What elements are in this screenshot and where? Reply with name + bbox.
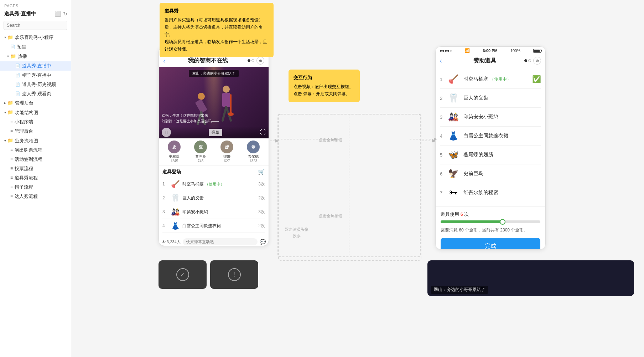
cart-icon[interactable]: 🛒 (258, 168, 265, 175)
nav-dot (524, 59, 527, 62)
svg-point-15 (228, 112, 234, 116)
exclamation-circle-icon: ! (228, 268, 241, 281)
sidebar-item-props-live[interactable]: ▾ 📄 道具秀-直播中 (0, 61, 71, 71)
sidebar-item-talent-flow[interactable]: ▾ ≡ 达人秀流程 (0, 192, 71, 201)
back-button-right[interactable]: ‹ (440, 57, 442, 65)
flow-icon: ≡ (10, 119, 13, 126)
video-chat: 欧爸：牛逼！这也能想得出来 刘甜甜：这是要去参加奥运会吗—— (162, 113, 219, 124)
sidebar-item-props-flow[interactable]: ▾ ≡ 道具秀流程 (0, 173, 71, 183)
chevron-down-icon: ▾ (4, 138, 6, 144)
folder-icon: 📁 (7, 100, 13, 107)
bottom-frame-left[interactable]: ✓ (159, 260, 207, 289)
sidebar-item-business[interactable]: ▾ 📁 业务流程图 (0, 136, 71, 146)
right-prop-row-1[interactable]: 2 🦷 巨人的义齿 (440, 89, 541, 108)
back-button-left[interactable]: ‹ (163, 57, 165, 65)
prop-count: 2次 (258, 223, 265, 229)
nav-bar-right: ‹ 赞助道具 ⊕ (436, 55, 545, 67)
prop-name-right: 史前巨鸟 (463, 170, 541, 177)
props-list-right: 1 🪠 时空马桶塞 （使用中） ✅ 2 🦷 巨人的义齿 3 🎎 印第安安小斑鸠 … (436, 67, 545, 205)
prop-row-1[interactable]: 2 🦷 巨人的义齿 2次 (162, 191, 265, 205)
sidebar-item-xiyou[interactable]: ▾ 📁 欢乐喜剧秀-小程序 (0, 33, 71, 42)
chevron-down-icon: ▾ (7, 53, 9, 59)
sidebar-item-label: 小程序端 (15, 118, 33, 126)
right-prop-row-2[interactable]: 3 🎎 印第安安小斑鸠 (440, 108, 541, 127)
in-use-badge: （使用中） (490, 77, 511, 82)
complete-button[interactable]: 完成 (441, 238, 540, 250)
prop-row-0[interactable]: 1 🪠 时空马桶塞 （使用中） 3次 (162, 177, 265, 191)
progress-bar-container (441, 220, 540, 223)
usage-text: 道具使用 6 次 (441, 211, 540, 218)
sidebar-item-label: 达人秀流程 (15, 193, 38, 200)
status-time-right: 6:00 PM (483, 49, 498, 53)
right-prop-row-6[interactable]: 7 🗝 维吾尔族的秘密 (440, 183, 541, 202)
sidebar-item-hat-flow[interactable]: ▾ ≡ 帽子流程 (0, 183, 71, 192)
right-prop-row-4[interactable]: 5 🦋 燕尾蝶的翅膀 (440, 146, 541, 164)
phone-right: 📶 6:00 PM 100% ‹ 赞助道具 ⊕ (435, 46, 546, 250)
pages-label: PAGES (0, 0, 71, 9)
bottom-frame-mid[interactable]: ! (210, 260, 258, 289)
avatar-item-2[interactable]: 娜 娜娜 627 (214, 141, 239, 163)
main-canvas: 道具秀 当用户购买道具（每场可用道具根据现场准备预设）后，主持人将为演员切换道具… (71, 0, 644, 357)
sidebar-item-ticket-flow[interactable]: ▾ ≡ 演出购票流程 (0, 146, 71, 155)
sidebar-item-admin-flow[interactable]: ▾ ≡ 管理后台 (0, 127, 71, 136)
prop-icon-right-key: 🗝 (447, 186, 460, 199)
prop-name-right: 巨人的义齿 (463, 95, 541, 101)
flow-icon: ≡ (10, 128, 13, 135)
sidebar-item-label: 业务流程图 (15, 137, 38, 144)
sidebar-item-preview[interactable]: ▾ 📄 预告 (0, 42, 71, 52)
svg-point-6 (198, 93, 205, 100)
sidebar-item-talent-watch[interactable]: ▾ 📄 达人秀-观看页 (0, 89, 71, 98)
sidebar-item-props-history[interactable]: ▾ 📄 道具秀-历史视频 (0, 80, 71, 89)
sidebar-item-label: 预告 (17, 44, 26, 51)
prop-row-3[interactable]: 4 👗 白雪公主同款连衣裙 2次 (162, 219, 265, 233)
refresh-icon[interactable]: ↻ (63, 11, 67, 17)
chevron-down-icon: ▾ (4, 110, 6, 116)
comment-input[interactable] (183, 238, 258, 245)
prop-num: 1 (162, 182, 168, 187)
right-prop-row-0[interactable]: 1 🪠 时空马桶塞 （使用中） ✅ (440, 70, 541, 89)
chat-icon[interactable]: 💬 (260, 239, 266, 245)
sidebar-item-structure[interactable]: ▾ 📁 功能结构图 (0, 108, 71, 117)
battery-label-right: 100% (510, 49, 520, 53)
flow-icon: ≡ (10, 184, 13, 190)
sidebar-item-label: 帽子流程 (15, 184, 33, 191)
sidebar-item-vote-flow[interactable]: ▾ ≡ 投票流程 (0, 164, 71, 173)
sidebar-item-miniapp[interactable]: ▾ ≡ 小程序端 (0, 117, 71, 127)
bottom-frame-right[interactable]: 翠山：旁边的小哥哥累趴了 (427, 260, 634, 296)
signal-dots-right (440, 50, 452, 52)
sidebar-page-title: 道具秀-直播中 (4, 11, 36, 17)
prop-row-2[interactable]: 3 🎎 印第安小斑鸠 3次 (162, 205, 265, 219)
prop-num: 2 (162, 195, 168, 200)
fullscreen-expand-icon[interactable]: ⛶ (260, 129, 266, 136)
avatar-item-1[interactable]: 查 查理曼 745 (188, 141, 213, 163)
avatar-item-3[interactable]: 希 希尔德 1323 (241, 141, 266, 163)
export-icon[interactable]: ⬜ (55, 11, 61, 17)
prop-icon-tooth: 🦷 (170, 193, 180, 203)
sidebar-item-hat-live[interactable]: ▾ 📄 帽子秀-直播中 (0, 71, 71, 80)
pause-button[interactable]: ⏸ (162, 128, 171, 137)
interaction-line2: 点击 弹幕：开启或关闭弹幕。 (294, 90, 355, 97)
sidebar-item-label: 道具秀-直播中 (22, 62, 51, 70)
avatar-item-0[interactable]: 史 史翠瑞 1245 (162, 141, 187, 163)
folder-icon: 📁 (7, 137, 13, 144)
sidebar-item-hotplay[interactable]: ▾ 📁 热播 (0, 52, 71, 61)
progress-thumb[interactable] (500, 219, 505, 225)
sidebar-item-admin[interactable]: ▸ 📁 管理后台 (0, 98, 71, 108)
avatar-img: 查 (194, 141, 207, 153)
sidebar-tree: ▾ 📁 欢乐喜剧秀-小程序 ▾ 📄 预告 ▾ 📁 热播 ▾ 📄 道具秀-直播中 … (0, 33, 71, 208)
nav-controls-left: ⊕ (248, 57, 264, 65)
fullscreen-button[interactable]: ⊕ (256, 57, 264, 65)
right-prop-row-5[interactable]: 6 🦅 史前巨鸟 (440, 164, 541, 183)
eye-icon: 👁 (162, 240, 166, 244)
prop-num-right: 5 (440, 152, 447, 158)
sidebar-title-icons: ⬜ ↻ (55, 11, 67, 17)
prop-icon-toilet: 🪠 (170, 179, 180, 189)
video-area-left[interactable]: 翠山：旁边的小哥哥累趴了 (159, 67, 269, 138)
right-prop-row-3[interactable]: 4 👗 白雪公主同款连衣裙 (440, 127, 541, 146)
props-header: 道具登场 🛒 (162, 168, 265, 175)
more-button-right[interactable]: ⊕ (533, 57, 541, 65)
search-input[interactable] (4, 21, 67, 30)
prop-count: 2次 (258, 195, 265, 201)
sidebar-item-checkin-flow[interactable]: ▾ ≡ 活动签到流程 (0, 155, 71, 164)
danmu-button[interactable]: 弹幕 (209, 129, 222, 136)
